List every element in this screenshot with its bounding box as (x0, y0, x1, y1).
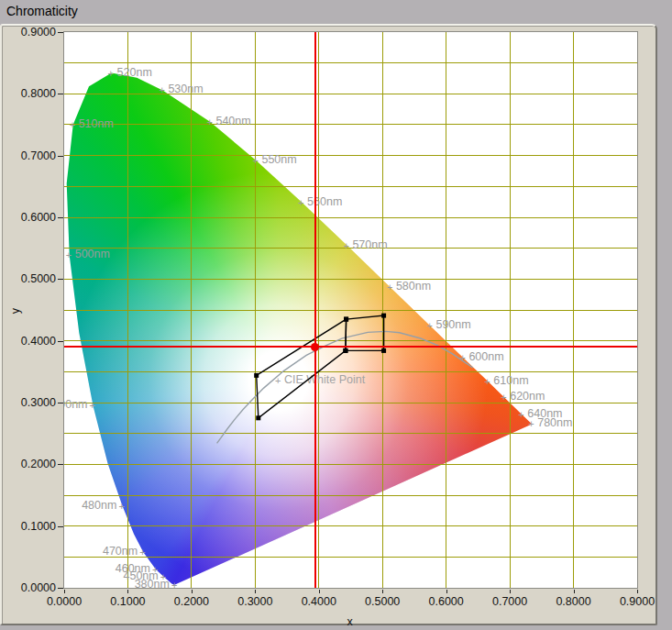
x-tick-label: 0.2000 (169, 595, 215, 608)
x-tick-label: 0.0000 (41, 595, 87, 608)
x-tick-mark (574, 590, 575, 593)
y-tick-label: 0.1000 (14, 520, 56, 533)
y-tick-mark (58, 32, 63, 33)
x-tick-label: 0.8000 (551, 595, 597, 608)
x-tick-label: 0.5000 (359, 595, 405, 608)
y-tick-mark (58, 464, 63, 465)
x-tick-label: 0.3000 (232, 595, 278, 608)
y-tick-label: 0.9000 (14, 26, 56, 39)
y-tick-mark (58, 341, 63, 342)
y-axis-title: y (9, 308, 22, 314)
x-axis-title: x (347, 615, 353, 628)
y-tick-mark (58, 526, 63, 527)
x-tick-mark (192, 590, 193, 593)
x-tick-label: 0.9000 (614, 595, 660, 608)
x-tick-label: 0.7000 (487, 595, 533, 608)
plot-area[interactable]: +520nm+530nm+540nm+550nm+560nm+570nm+580… (63, 31, 638, 589)
crosshair-layer (64, 32, 637, 588)
x-tick-label: 0.4000 (296, 595, 342, 608)
y-tick-mark (58, 94, 63, 94)
window-title: Chromaticity (6, 4, 78, 18)
chart-panel: +520nm+530nm+540nm+550nm+560nm+570nm+580… (0, 24, 657, 625)
y-tick-mark (58, 403, 63, 403)
y-tick-label: 0.5000 (14, 272, 56, 285)
x-tick-mark (446, 590, 447, 593)
y-tick-label: 0.8000 (14, 87, 56, 100)
chromaticity-window: { "window": { "title": "Chromaticity" },… (0, 0, 672, 630)
y-tick-label: 0.4000 (14, 335, 56, 348)
crosshair-vertical-line (314, 32, 316, 588)
x-tick-mark (64, 590, 65, 593)
x-tick-mark (319, 590, 320, 593)
crosshair-point (311, 343, 319, 351)
y-tick-label: 0.3000 (14, 396, 56, 409)
y-tick-mark (58, 156, 63, 157)
y-tick-label: 0.7000 (14, 149, 56, 162)
x-tick-mark (382, 590, 383, 593)
x-tick-mark (127, 590, 128, 593)
x-tick-label: 0.1000 (105, 595, 150, 608)
x-tick-mark (637, 590, 638, 593)
x-tick-mark (255, 590, 256, 593)
y-tick-mark (58, 588, 63, 589)
x-tick-label: 0.6000 (424, 595, 469, 608)
y-tick-mark (58, 217, 63, 218)
y-tick-label: 0.2000 (14, 458, 56, 470)
window-title-bar: Chromaticity (0, 0, 672, 24)
crosshair-horizontal-line (64, 346, 637, 348)
x-tick-mark (510, 590, 511, 593)
y-tick-label: 0.6000 (14, 211, 56, 224)
y-tick-mark (58, 279, 63, 280)
y-tick-label: 0.0000 (14, 581, 56, 594)
